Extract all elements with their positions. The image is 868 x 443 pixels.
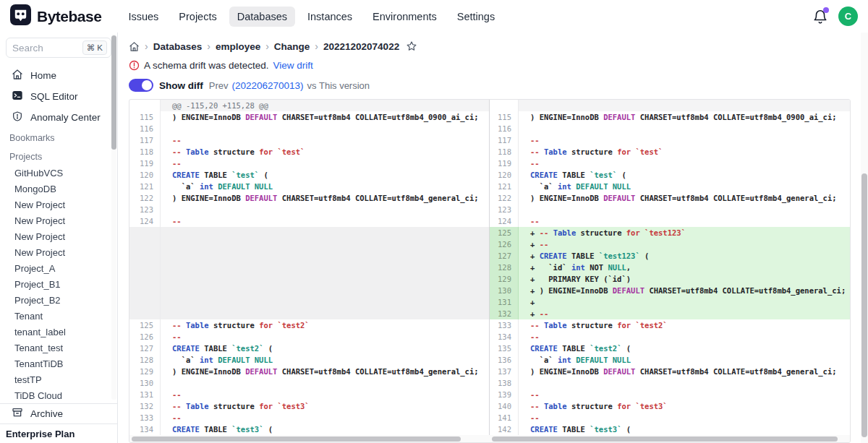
- project-item[interactable]: Project_B2: [0, 293, 117, 309]
- sidebar-item-home[interactable]: Home: [0, 65, 117, 86]
- notifications-button[interactable]: [812, 9, 828, 25]
- code-line: [161, 296, 490, 308]
- project-item[interactable]: Tenant: [0, 309, 117, 324]
- project-item[interactable]: New Project: [0, 213, 117, 229]
- diff-row: 128+ `id` int NOT NULL,: [129, 262, 850, 273]
- project-item[interactable]: New Project: [0, 229, 117, 245]
- code-line: [161, 377, 490, 389]
- project-item[interactable]: tenant_label: [0, 324, 117, 340]
- diff-row: @@ -115,20 +115,28 @@: [129, 100, 850, 111]
- project-item[interactable]: New Project: [0, 197, 117, 213]
- sidebar-scrollbar-thumb[interactable]: [111, 35, 116, 150]
- diff-row: 129+ PRIMARY KEY (`id`): [129, 273, 850, 285]
- code-line: -- Table structure for `test3`: [161, 400, 490, 412]
- code-line: [161, 238, 490, 250]
- left-pane-horizontal-scrollbar[interactable]: [129, 435, 490, 442]
- code-line: [161, 285, 490, 296]
- diff-row: 125+ -- Table structure for `test123`: [129, 227, 850, 238]
- primary-nav: IssuesProjectsDatabasesInstancesEnvironm…: [120, 7, 503, 27]
- line-number: 129: [490, 273, 519, 285]
- scrollbar-thumb[interactable]: [492, 436, 838, 442]
- nav-item-environments[interactable]: Environments: [365, 7, 445, 27]
- code-line: CREATE TABLE `test` (: [161, 169, 490, 181]
- line-number: 117: [129, 134, 161, 146]
- diff-row: 134CREATE TABLE `test3` (142CREATE TABLE…: [129, 423, 850, 435]
- search-input[interactable]: [12, 43, 79, 53]
- code-line: [519, 100, 850, 111]
- chevron-right-icon: ›: [207, 40, 210, 52]
- code-line: --: [519, 134, 850, 146]
- project-item[interactable]: testTP: [0, 372, 117, 388]
- project-item[interactable]: Project_A: [0, 261, 117, 277]
- code-line: + ) ENGINE=InnoDB DEFAULT CHARSET=utf8mb…: [519, 285, 850, 296]
- diff-row: 127CREATE TABLE `test2` (135CREATE TABLE…: [129, 343, 850, 354]
- sidebar-item-sql-editor[interactable]: SQL Editor: [0, 86, 117, 107]
- project-item[interactable]: GitHubVCS: [0, 165, 117, 181]
- line-number: 137: [490, 366, 519, 377]
- nav-item-issues[interactable]: Issues: [120, 7, 166, 27]
- nav-item-instances[interactable]: Instances: [299, 7, 360, 27]
- code-line: [161, 262, 490, 273]
- project-item[interactable]: TenantTiDB: [0, 356, 117, 372]
- right-pane-horizontal-scrollbar[interactable]: [490, 435, 850, 442]
- sidebar-item-archive[interactable]: Archive: [0, 403, 117, 423]
- projects-section-label: Projects: [0, 147, 117, 165]
- sidebar-footer: Archive Enterprise Plan: [0, 403, 117, 443]
- plan-badge: Enterprise Plan: [0, 423, 117, 443]
- brand[interactable]: Bytebase: [10, 4, 101, 28]
- page-vertical-scrollbar[interactable]: [861, 33, 868, 443]
- code-line: -- Table structure for `test`: [519, 146, 850, 158]
- line-number: 123: [490, 204, 519, 215]
- line-number: 123: [129, 204, 161, 215]
- line-number: [129, 285, 161, 296]
- line-number: 142: [490, 423, 519, 435]
- line-number: 128: [490, 262, 519, 273]
- star-icon[interactable]: [406, 40, 417, 52]
- code-line: [161, 308, 490, 319]
- code-line: -- Table structure for `test2`: [519, 319, 850, 331]
- brand-name: Bytebase: [37, 8, 101, 25]
- code-line: [519, 123, 850, 134]
- line-number: 116: [490, 123, 519, 134]
- line-number: 136: [490, 354, 519, 366]
- project-item[interactable]: Tenant_test: [0, 340, 117, 356]
- line-number: 116: [129, 123, 161, 134]
- project-item[interactable]: Project_B1: [0, 277, 117, 293]
- archive-label: Archive: [30, 408, 63, 419]
- line-number: 120: [490, 169, 519, 181]
- sidebar-item-anomaly-center[interactable]: Anomaly Center: [0, 107, 117, 128]
- breadcrumb-home-icon[interactable]: [129, 41, 140, 52]
- code-line: --: [519, 389, 850, 400]
- scrollbar-thumb[interactable]: [861, 173, 867, 437]
- view-drift-link[interactable]: View drift: [273, 60, 313, 71]
- line-number: [129, 238, 161, 250]
- nav-item-databases[interactable]: Databases: [229, 7, 295, 27]
- show-diff-label: Show diff: [159, 80, 203, 91]
- breadcrumb-database-name[interactable]: employee: [216, 41, 260, 52]
- code-line: [161, 250, 490, 262]
- avatar[interactable]: C: [838, 7, 858, 26]
- nav-item-projects[interactable]: Projects: [171, 7, 224, 27]
- nav-item-settings[interactable]: Settings: [449, 7, 503, 27]
- diff-row: 132+ --: [129, 308, 850, 319]
- show-diff-toggle[interactable]: [129, 79, 153, 92]
- diff-row: 131--139--: [129, 389, 850, 400]
- scrollbar-thumb[interactable]: [132, 436, 461, 442]
- line-number: 125: [490, 227, 519, 238]
- breadcrumb-change[interactable]: Change: [274, 41, 310, 52]
- search-box[interactable]: ⌘ K: [6, 38, 111, 58]
- diff-toolbar: Show diff Prev (202206270013) vs This ve…: [129, 77, 868, 93]
- breadcrumb-databases[interactable]: Databases: [153, 41, 203, 52]
- project-item[interactable]: New Project: [0, 245, 117, 261]
- diff-row: 122) ENGINE=InnoDB DEFAULT CHARSET=utf8m…: [129, 192, 850, 204]
- line-number: 126: [129, 331, 161, 343]
- code-line: CREATE TABLE `test3` (: [519, 423, 850, 435]
- bytebase-logo-icon: [10, 4, 31, 28]
- project-item[interactable]: MongoDB: [0, 181, 117, 197]
- sidebar-scrollbar[interactable]: [111, 34, 116, 400]
- code-line: `a` int DEFAULT NULL: [519, 354, 850, 366]
- project-item[interactable]: TiDB Cloud: [0, 388, 117, 404]
- code-line: + PRIMARY KEY (`id`): [519, 273, 850, 285]
- breadcrumb-version[interactable]: 20221202074022: [323, 41, 399, 52]
- prev-version-link[interactable]: (202206270013): [231, 80, 303, 91]
